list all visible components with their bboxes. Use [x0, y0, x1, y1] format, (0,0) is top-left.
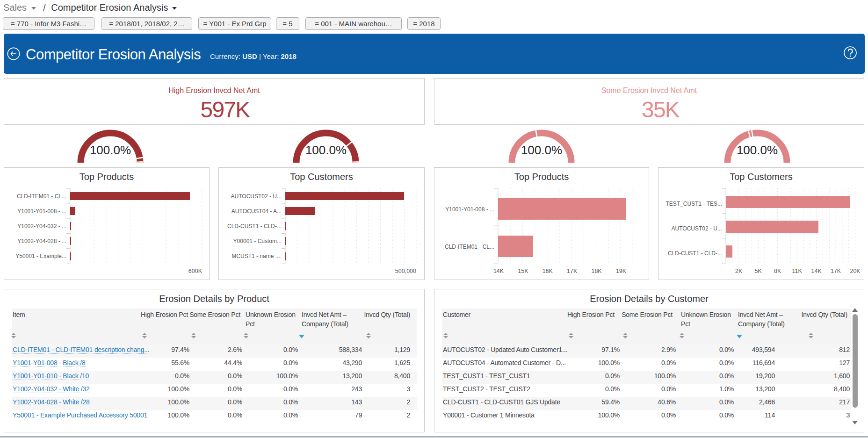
- svg-text:TEST_CUST1 - TES...: TEST_CUST1 - TES...: [666, 201, 722, 207]
- svg-text:Y50001 - Example...: Y50001 - Example...: [15, 253, 66, 259]
- svg-text:CLD-CUST1 - CLD-...: CLD-CUST1 - CLD-...: [227, 223, 282, 230]
- svg-text:AUTOCUST04 - A...: AUTOCUST04 - A...: [231, 208, 282, 215]
- svg-text:15K: 15K: [518, 268, 528, 274]
- svg-text:Y1001-Y01-008 - ...: Y1001-Y01-008 - ...: [17, 208, 66, 215]
- svg-text:AUTOCUST02 - U...: AUTOCUST02 - U...: [672, 225, 722, 232]
- svg-text:600K: 600K: [188, 268, 203, 274]
- svg-text:Y00001 - Custom...: Y00001 - Custom...: [233, 238, 282, 244]
- svg-text:18K: 18K: [591, 268, 602, 274]
- svg-text:2K: 2K: [735, 268, 743, 274]
- svg-text:CLD-ITEM01 - CL...: CLD-ITEM01 - CL...: [17, 193, 66, 200]
- svg-text:5K: 5K: [755, 268, 762, 274]
- svg-text:14K: 14K: [493, 268, 504, 274]
- svg-text:Y1001-Y01-008 - ...: Y1001-Y01-008 - ...: [445, 206, 494, 213]
- svg-text:17K: 17K: [831, 268, 841, 274]
- svg-text:Y1002-Y04-028 - ...: Y1002-Y04-028 - ...: [17, 238, 66, 244]
- svg-text:19K: 19K: [616, 268, 627, 274]
- svg-text:AUTOCUST02 - U...: AUTOCUST02 - U...: [231, 193, 282, 200]
- svg-text:20K: 20K: [850, 268, 861, 274]
- svg-text:MCUST1 - name ....: MCUST1 - name ....: [231, 253, 282, 259]
- svg-text:11K: 11K: [792, 268, 802, 274]
- svg-text:14K: 14K: [811, 268, 822, 274]
- svg-text:16K: 16K: [542, 268, 553, 274]
- svg-text:8K: 8K: [774, 268, 781, 274]
- svg-text:Y1002-Y04-032 - ...: Y1002-Y04-032 - ...: [17, 223, 66, 230]
- svg-text:CLD-ITEM01 - CL...: CLD-ITEM01 - CL...: [445, 244, 494, 250]
- svg-text:500,000: 500,000: [395, 268, 416, 274]
- svg-text:CLD-CUST1 - CLD-...: CLD-CUST1 - CLD-...: [668, 250, 722, 257]
- svg-text:17K: 17K: [567, 268, 578, 274]
